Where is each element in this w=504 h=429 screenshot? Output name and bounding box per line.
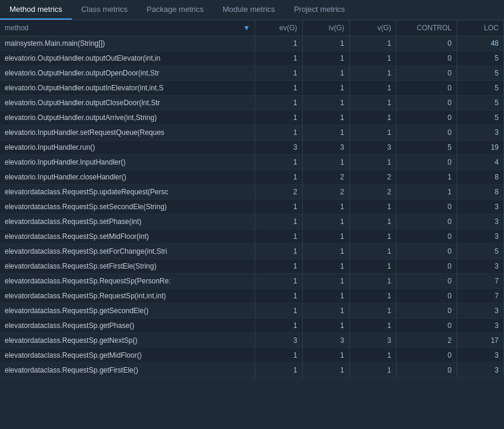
table-row: elevatordataclass.RequestSp.setForChange… bbox=[0, 244, 504, 259]
tab-module-metrics[interactable]: Module metrics bbox=[213, 0, 284, 20]
table-row: elevatordataclass.RequestSp.setFirstEle(… bbox=[0, 259, 504, 274]
cell-method: elevatorio.InputHandler.closeHandler() bbox=[0, 170, 255, 185]
cell-loc: 7 bbox=[457, 274, 503, 289]
table-row: elevatorio.InputHandler.InputHandler()11… bbox=[0, 155, 504, 170]
table-row: elevatorio.OutputHandler.outputArrive(in… bbox=[0, 111, 504, 125]
tab-class-metrics[interactable]: Class metrics bbox=[72, 0, 137, 20]
cell-method: elevatorio.InputHandler.InputHandler() bbox=[0, 155, 255, 170]
cell-method: mainsystem.Main.main(String[]) bbox=[0, 36, 255, 51]
cell-control: 0 bbox=[396, 125, 457, 140]
cell-method: elevatordataclass.RequestSp.getNextSp() bbox=[0, 333, 255, 348]
cell-ivG: 1 bbox=[302, 318, 349, 333]
tabs-bar: Method metrics Class metrics Package met… bbox=[0, 0, 504, 20]
cell-loc: 4 bbox=[457, 155, 503, 170]
table-row: elevatordataclass.RequestSp.setSecondEle… bbox=[0, 200, 504, 214]
cell-loc: 5 bbox=[457, 244, 503, 259]
tab-package-metrics[interactable]: Package metrics bbox=[137, 0, 213, 20]
cell-vG: 1 bbox=[349, 81, 396, 96]
cell-vG: 1 bbox=[349, 200, 396, 214]
table-row: elevatordataclass.RequestSp.updateReques… bbox=[0, 185, 504, 200]
cell-control: 0 bbox=[396, 214, 457, 229]
table-body: mainsystem.Main.main(String[])111048elev… bbox=[0, 36, 504, 378]
table-row: elevatordataclass.RequestSp.getNextSp()3… bbox=[0, 333, 504, 348]
cell-control: 0 bbox=[396, 259, 457, 274]
cell-loc: 17 bbox=[457, 333, 503, 348]
cell-ivG: 1 bbox=[302, 229, 349, 244]
cell-loc: 3 bbox=[457, 304, 503, 318]
col-header-loc[interactable]: LOC bbox=[457, 20, 503, 36]
cell-vG: 1 bbox=[349, 304, 396, 318]
tab-project-metrics[interactable]: Project metrics bbox=[284, 0, 354, 20]
table-row: elevatordataclass.RequestSp.setPhase(int… bbox=[0, 214, 504, 229]
cell-control: 0 bbox=[396, 36, 457, 51]
cell-ivG: 1 bbox=[302, 200, 349, 214]
cell-loc: 5 bbox=[457, 111, 503, 125]
cell-method: elevatorio.OutputHandler.outputArrive(in… bbox=[0, 111, 255, 125]
cell-loc: 3 bbox=[457, 229, 503, 244]
cell-method: elevatordataclass.RequestSp.setPhase(int… bbox=[0, 214, 255, 229]
cell-control: 0 bbox=[396, 244, 457, 259]
cell-vG: 1 bbox=[349, 274, 396, 289]
cell-evG: 1 bbox=[255, 81, 302, 96]
col-header-ivG[interactable]: iv(G) bbox=[302, 20, 349, 36]
cell-ivG: 3 bbox=[302, 333, 349, 348]
cell-evG: 1 bbox=[255, 318, 302, 333]
table-row: elevatorio.OutputHandler.outputInElevato… bbox=[0, 81, 504, 96]
col-header-method[interactable]: method ▼ bbox=[0, 20, 255, 36]
cell-evG: 3 bbox=[255, 333, 302, 348]
cell-method: elevatordataclass.RequestSp.RequestSp(Pe… bbox=[0, 274, 255, 289]
col-header-control[interactable]: CONTROL bbox=[396, 20, 457, 36]
cell-loc: 19 bbox=[457, 140, 503, 155]
col-header-evG[interactable]: ev(G) bbox=[255, 20, 302, 36]
cell-evG: 2 bbox=[255, 185, 302, 200]
cell-method: elevatordataclass.RequestSp.getMidFloor(… bbox=[0, 348, 255, 363]
cell-vG: 1 bbox=[349, 348, 396, 363]
metrics-table: method ▼ ev(G) iv(G) v(G) bbox=[0, 20, 504, 378]
cell-evG: 1 bbox=[255, 36, 302, 51]
cell-method: elevatorio.InputHandler.setRequestQueue(… bbox=[0, 125, 255, 140]
cell-control: 0 bbox=[396, 304, 457, 318]
table-row: elevatorio.OutputHandler.outputOpenDoor(… bbox=[0, 66, 504, 81]
cell-evG: 1 bbox=[255, 244, 302, 259]
cell-control: 0 bbox=[396, 200, 457, 214]
cell-control: 0 bbox=[396, 348, 457, 363]
cell-control: 0 bbox=[396, 81, 457, 96]
sort-arrow-icon: ▼ bbox=[243, 24, 251, 32]
cell-control: 0 bbox=[396, 51, 457, 66]
table-row: elevatordataclass.RequestSp.RequestSp(Pe… bbox=[0, 274, 504, 289]
table-row: elevatorio.OutputHandler.outputOutElevat… bbox=[0, 51, 504, 66]
cell-vG: 1 bbox=[349, 125, 396, 140]
cell-control: 0 bbox=[396, 229, 457, 244]
cell-control: 0 bbox=[396, 155, 457, 170]
cell-ivG: 1 bbox=[302, 214, 349, 229]
cell-evG: 1 bbox=[255, 259, 302, 274]
cell-ivG: 1 bbox=[302, 51, 349, 66]
cell-evG: 1 bbox=[255, 304, 302, 318]
cell-ivG: 1 bbox=[302, 125, 349, 140]
cell-ivG: 1 bbox=[302, 244, 349, 259]
cell-vG: 1 bbox=[349, 51, 396, 66]
cell-control: 0 bbox=[396, 289, 457, 304]
cell-control: 0 bbox=[396, 111, 457, 125]
cell-loc: 3 bbox=[457, 363, 503, 378]
cell-control: 0 bbox=[396, 66, 457, 81]
cell-evG: 1 bbox=[255, 51, 302, 66]
cell-vG: 1 bbox=[349, 363, 396, 378]
cell-loc: 3 bbox=[457, 318, 503, 333]
cell-loc: 5 bbox=[457, 51, 503, 66]
tab-method-metrics[interactable]: Method metrics bbox=[0, 0, 72, 20]
cell-vG: 1 bbox=[349, 259, 396, 274]
cell-method: elevatordataclass.RequestSp.setFirstEle(… bbox=[0, 259, 255, 274]
table-row: elevatordataclass.RequestSp.RequestSp(in… bbox=[0, 289, 504, 304]
cell-evG: 1 bbox=[255, 125, 302, 140]
cell-vG: 2 bbox=[349, 185, 396, 200]
cell-ivG: 1 bbox=[302, 111, 349, 125]
cell-ivG: 2 bbox=[302, 185, 349, 200]
cell-vG: 1 bbox=[349, 229, 396, 244]
col-header-vG[interactable]: v(G) bbox=[349, 20, 396, 36]
cell-vG: 1 bbox=[349, 244, 396, 259]
cell-evG: 1 bbox=[255, 111, 302, 125]
cell-evG: 1 bbox=[255, 200, 302, 214]
cell-method: elevatordataclass.RequestSp.setMidFloor(… bbox=[0, 229, 255, 244]
cell-loc: 3 bbox=[457, 200, 503, 214]
